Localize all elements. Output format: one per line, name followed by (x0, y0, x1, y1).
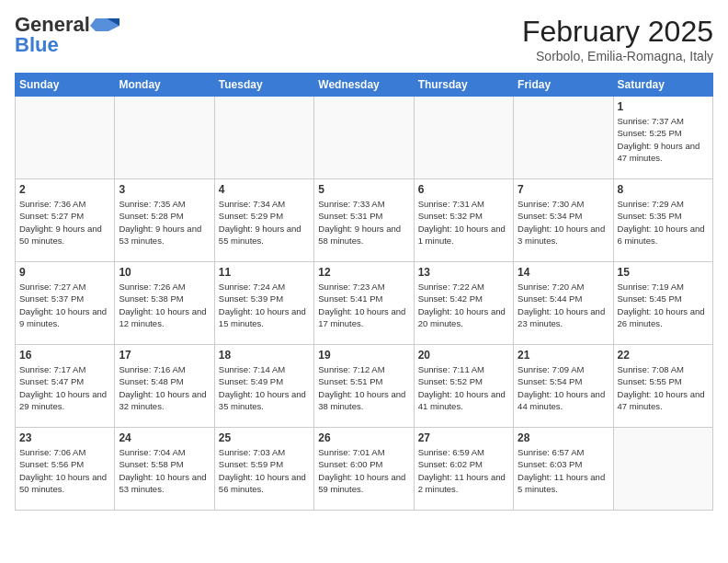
calendar-cell (514, 97, 613, 179)
calendar-cell: 21Sunrise: 7:09 AM Sunset: 5:54 PM Dayli… (514, 345, 613, 428)
day-info: Sunrise: 7:09 AM Sunset: 5:54 PM Dayligh… (518, 363, 609, 412)
calendar-cell: 27Sunrise: 6:59 AM Sunset: 6:02 PM Dayli… (414, 428, 513, 511)
day-number: 4 (219, 183, 310, 196)
day-number: 6 (418, 183, 509, 196)
calendar-cell: 4Sunrise: 7:34 AM Sunset: 5:29 PM Daylig… (214, 179, 313, 262)
day-number: 21 (518, 349, 609, 362)
day-info: Sunrise: 7:14 AM Sunset: 5:49 PM Dayligh… (219, 363, 310, 412)
day-info: Sunrise: 7:37 AM Sunset: 5:25 PM Dayligh… (618, 115, 709, 164)
day-number: 14 (518, 266, 609, 279)
calendar-cell: 7Sunrise: 7:30 AM Sunset: 5:34 PM Daylig… (514, 179, 613, 262)
calendar-cell: 20Sunrise: 7:11 AM Sunset: 5:52 PM Dayli… (414, 345, 513, 428)
calendar-cell: 28Sunrise: 6:57 AM Sunset: 6:03 PM Dayli… (514, 428, 613, 511)
day-info: Sunrise: 7:11 AM Sunset: 5:52 PM Dayligh… (418, 363, 509, 412)
calendar-cell: 16Sunrise: 7:17 AM Sunset: 5:47 PM Dayli… (16, 345, 115, 428)
day-number: 2 (19, 183, 110, 196)
day-number: 27 (418, 431, 509, 444)
weekday-header-row: SundayMondayTuesdayWednesdayThursdayFrid… (16, 74, 713, 97)
calendar-cell: 25Sunrise: 7:03 AM Sunset: 5:59 PM Dayli… (214, 428, 313, 511)
day-info: Sunrise: 7:24 AM Sunset: 5:39 PM Dayligh… (219, 281, 310, 329)
day-info: Sunrise: 7:35 AM Sunset: 5:28 PM Dayligh… (119, 198, 210, 247)
calendar-cell: 15Sunrise: 7:19 AM Sunset: 5:45 PM Dayli… (613, 262, 712, 345)
day-info: Sunrise: 7:19 AM Sunset: 5:45 PM Dayligh… (618, 281, 709, 329)
day-number: 12 (318, 266, 409, 279)
day-number: 22 (618, 349, 709, 362)
calendar-week-row: 16Sunrise: 7:17 AM Sunset: 5:47 PM Dayli… (16, 345, 713, 428)
calendar-cell (16, 97, 115, 179)
day-number: 1 (618, 100, 709, 113)
weekday-header: Thursday (414, 74, 513, 97)
logo-blue-text: Blue (15, 33, 59, 56)
day-info: Sunrise: 6:57 AM Sunset: 6:03 PM Dayligh… (518, 446, 609, 495)
day-number: 8 (618, 183, 709, 196)
calendar-cell: 23Sunrise: 7:06 AM Sunset: 5:56 PM Dayli… (16, 428, 115, 511)
calendar-cell (613, 428, 712, 511)
day-info: Sunrise: 7:17 AM Sunset: 5:47 PM Dayligh… (19, 363, 110, 412)
day-info: Sunrise: 7:22 AM Sunset: 5:42 PM Dayligh… (418, 281, 509, 329)
day-number: 23 (19, 431, 110, 444)
calendar-cell: 12Sunrise: 7:23 AM Sunset: 5:41 PM Dayli… (314, 262, 414, 345)
calendar-cell: 2Sunrise: 7:36 AM Sunset: 5:27 PM Daylig… (16, 179, 115, 262)
calendar-cell: 13Sunrise: 7:22 AM Sunset: 5:42 PM Dayli… (414, 262, 513, 345)
day-info: Sunrise: 7:33 AM Sunset: 5:31 PM Dayligh… (318, 198, 409, 247)
day-number: 20 (418, 349, 509, 362)
day-info: Sunrise: 7:16 AM Sunset: 5:48 PM Dayligh… (119, 363, 210, 412)
day-number: 13 (418, 266, 509, 279)
day-info: Sunrise: 7:08 AM Sunset: 5:55 PM Dayligh… (618, 363, 709, 412)
day-info: Sunrise: 7:26 AM Sunset: 5:38 PM Dayligh… (119, 281, 210, 329)
day-info: Sunrise: 7:03 AM Sunset: 5:59 PM Dayligh… (219, 446, 310, 495)
logo-general-text: General (15, 15, 90, 35)
calendar-week-row: 9Sunrise: 7:27 AM Sunset: 5:37 PM Daylig… (16, 262, 713, 345)
day-number: 11 (219, 266, 310, 279)
day-info: Sunrise: 7:23 AM Sunset: 5:41 PM Dayligh… (318, 281, 409, 329)
day-number: 5 (318, 183, 409, 196)
location: Sorbolo, Emilia-Romagna, Italy (522, 49, 713, 63)
calendar-cell (115, 97, 214, 179)
day-info: Sunrise: 7:20 AM Sunset: 5:44 PM Dayligh… (518, 281, 609, 329)
weekday-header: Wednesday (314, 74, 414, 97)
weekday-header: Monday (115, 74, 214, 97)
day-number: 24 (119, 431, 210, 444)
day-number: 10 (119, 266, 210, 279)
day-info: Sunrise: 7:06 AM Sunset: 5:56 PM Dayligh… (19, 446, 110, 495)
day-info: Sunrise: 7:34 AM Sunset: 5:29 PM Dayligh… (219, 198, 310, 247)
calendar-week-row: 23Sunrise: 7:06 AM Sunset: 5:56 PM Dayli… (16, 428, 713, 511)
calendar-cell: 1Sunrise: 7:37 AM Sunset: 5:25 PM Daylig… (613, 97, 712, 179)
day-number: 9 (19, 266, 110, 279)
day-info: Sunrise: 6:59 AM Sunset: 6:02 PM Dayligh… (418, 446, 509, 495)
calendar-cell: 8Sunrise: 7:29 AM Sunset: 5:35 PM Daylig… (613, 179, 712, 262)
calendar-cell: 10Sunrise: 7:26 AM Sunset: 5:38 PM Dayli… (115, 262, 214, 345)
day-number: 25 (219, 431, 310, 444)
calendar-cell: 3Sunrise: 7:35 AM Sunset: 5:28 PM Daylig… (115, 179, 214, 262)
calendar-week-row: 2Sunrise: 7:36 AM Sunset: 5:27 PM Daylig… (16, 179, 713, 262)
day-info: Sunrise: 7:01 AM Sunset: 6:00 PM Dayligh… (318, 446, 409, 495)
calendar-cell: 5Sunrise: 7:33 AM Sunset: 5:31 PM Daylig… (314, 179, 414, 262)
day-number: 28 (518, 431, 609, 444)
weekday-header: Sunday (16, 74, 115, 97)
calendar-cell (214, 97, 313, 179)
day-number: 15 (618, 266, 709, 279)
day-number: 19 (318, 349, 409, 362)
calendar-cell: 24Sunrise: 7:04 AM Sunset: 5:58 PM Dayli… (115, 428, 214, 511)
day-number: 3 (119, 183, 210, 196)
day-number: 16 (19, 349, 110, 362)
calendar-cell: 26Sunrise: 7:01 AM Sunset: 6:00 PM Dayli… (314, 428, 414, 511)
weekday-header: Saturday (613, 74, 712, 97)
calendar-cell: 17Sunrise: 7:16 AM Sunset: 5:48 PM Dayli… (115, 345, 214, 428)
calendar-cell: 19Sunrise: 7:12 AM Sunset: 5:51 PM Dayli… (314, 345, 414, 428)
calendar-table: SundayMondayTuesdayWednesdayThursdayFrid… (15, 73, 713, 511)
day-info: Sunrise: 7:12 AM Sunset: 5:51 PM Dayligh… (318, 363, 409, 412)
day-info: Sunrise: 7:27 AM Sunset: 5:37 PM Dayligh… (19, 281, 110, 329)
day-info: Sunrise: 7:31 AM Sunset: 5:32 PM Dayligh… (418, 198, 509, 247)
calendar-cell: 9Sunrise: 7:27 AM Sunset: 5:37 PM Daylig… (16, 262, 115, 345)
logo-icon (90, 17, 119, 33)
day-info: Sunrise: 7:29 AM Sunset: 5:35 PM Dayligh… (618, 198, 709, 247)
calendar-cell: 11Sunrise: 7:24 AM Sunset: 5:39 PM Dayli… (214, 262, 313, 345)
day-number: 17 (119, 349, 210, 362)
title-block: February 2025 Sorbolo, Emilia-Romagna, I… (522, 15, 713, 63)
weekday-header: Friday (514, 74, 613, 97)
page-header: General Blue February 2025 Sorbolo, Emil… (15, 15, 713, 63)
calendar-cell: 18Sunrise: 7:14 AM Sunset: 5:49 PM Dayli… (214, 345, 313, 428)
weekday-header: Tuesday (214, 74, 313, 97)
day-info: Sunrise: 7:04 AM Sunset: 5:58 PM Dayligh… (119, 446, 210, 495)
